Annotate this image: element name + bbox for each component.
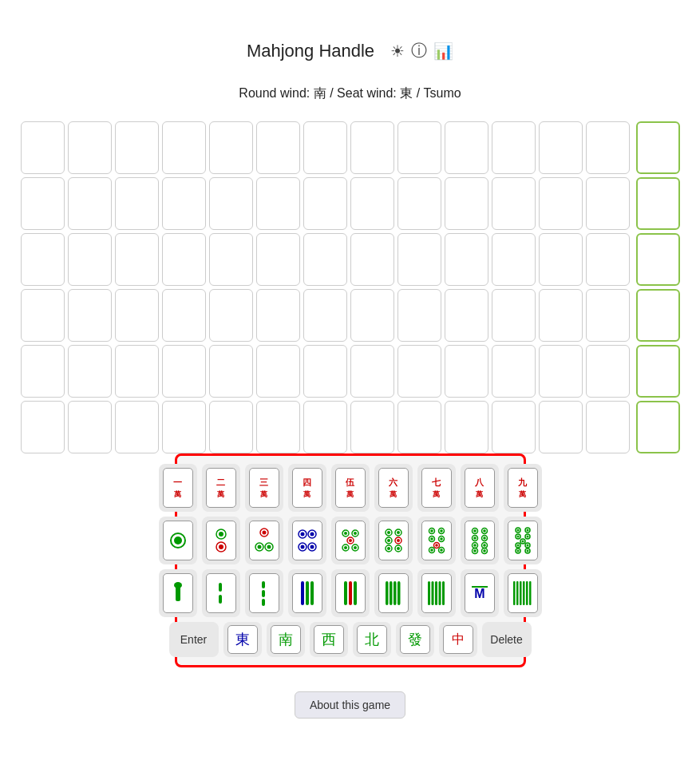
kb-tile-2p[interactable] <box>202 517 240 564</box>
tile-cell[interactable] <box>586 289 630 342</box>
info-icon[interactable]: ⓘ <box>411 40 427 61</box>
tile-cell[interactable] <box>350 401 394 453</box>
tile-cell[interactable] <box>492 401 536 453</box>
kb-tile-8p[interactable] <box>461 517 499 564</box>
tile-cell[interactable] <box>115 289 159 342</box>
tile-cell[interactable] <box>586 121 630 174</box>
kb-tile-8m[interactable]: 八 萬 <box>461 464 499 512</box>
tile-cell[interactable] <box>539 177 583 230</box>
tile-cell[interactable] <box>397 401 441 453</box>
tile-cell[interactable] <box>68 233 112 286</box>
tile-cell[interactable] <box>68 121 112 174</box>
tile-cell[interactable] <box>115 121 159 174</box>
tile-cell[interactable] <box>209 121 253 174</box>
tile-cell[interactable] <box>68 345 112 398</box>
tile-cell[interactable] <box>539 121 583 174</box>
kb-tile-2s[interactable] <box>202 569 240 617</box>
tile-cell[interactable] <box>397 121 441 174</box>
kb-tile-3s[interactable] <box>245 569 283 617</box>
kb-tile-7p[interactable] <box>417 517 456 564</box>
tile-cell[interactable] <box>397 233 441 286</box>
tile-cell[interactable] <box>492 289 536 342</box>
kb-tile-haku[interactable]: 中 <box>439 622 477 657</box>
tile-cell[interactable] <box>115 401 159 453</box>
tile-cell[interactable] <box>303 233 347 286</box>
tile-cell[interactable] <box>115 177 159 230</box>
kb-tile-6p[interactable] <box>374 517 413 564</box>
tile-cell[interactable] <box>445 177 488 230</box>
tile-cell[interactable] <box>445 289 488 342</box>
tile-cell[interactable] <box>397 345 441 398</box>
kb-tile-2m[interactable]: 二 萬 <box>202 464 240 512</box>
tile-cell[interactable] <box>350 121 394 174</box>
tile-cell[interactable] <box>21 177 65 230</box>
tile-cell[interactable] <box>115 345 159 398</box>
tile-cell[interactable] <box>539 233 583 286</box>
brightness-icon[interactable]: ☀ <box>390 42 405 61</box>
tile-cell[interactable] <box>303 345 347 398</box>
kb-tile-1s[interactable] <box>159 569 197 617</box>
tile-cell[interactable] <box>492 233 536 286</box>
tile-cell[interactable] <box>256 121 300 174</box>
tile-cell[interactable] <box>586 233 630 286</box>
kb-tile-6m[interactable]: 六 萬 <box>374 464 413 512</box>
tile-cell[interactable] <box>162 177 206 230</box>
tile-cell[interactable] <box>162 401 206 453</box>
tile-cell[interactable] <box>350 177 394 230</box>
tile-cell[interactable] <box>303 121 347 174</box>
tile-cell[interactable] <box>445 121 488 174</box>
tile-cell[interactable] <box>539 401 583 453</box>
tile-cell[interactable] <box>492 345 536 398</box>
kb-tile-1p[interactable] <box>159 517 197 564</box>
kb-tile-3p[interactable] <box>245 517 283 564</box>
side-tile-cell-1[interactable] <box>636 121 680 174</box>
tile-cell[interactable] <box>209 345 253 398</box>
kb-tile-9m[interactable]: 九 萬 <box>504 464 542 512</box>
tile-cell[interactable] <box>350 289 394 342</box>
side-tile-cell-6[interactable] <box>636 401 680 453</box>
tile-cell[interactable] <box>162 289 206 342</box>
tile-cell[interactable] <box>539 345 583 398</box>
kb-tile-4s[interactable] <box>288 569 326 617</box>
tile-cell[interactable] <box>350 345 394 398</box>
kb-tile-9p[interactable] <box>504 517 542 564</box>
about-game-button[interactable]: About this game <box>295 691 405 719</box>
side-tile-cell-4[interactable] <box>636 289 680 342</box>
tile-cell[interactable] <box>209 401 253 453</box>
kb-tile-4p[interactable] <box>288 517 326 564</box>
kb-tile-north[interactable]: 北 <box>353 622 391 657</box>
tile-cell[interactable] <box>492 177 536 230</box>
kb-tile-9s[interactable] <box>504 569 542 617</box>
tile-cell[interactable] <box>256 289 300 342</box>
kb-tile-8s[interactable]: M <box>461 569 499 617</box>
tile-cell[interactable] <box>445 233 488 286</box>
tile-cell[interactable] <box>21 121 65 174</box>
tile-cell[interactable] <box>68 289 112 342</box>
kb-tile-5p[interactable] <box>331 517 370 564</box>
tile-cell[interactable] <box>350 233 394 286</box>
kb-enter-button[interactable]: Enter <box>169 622 219 657</box>
kb-tile-5m[interactable]: 伍 萬 <box>331 464 370 512</box>
stats-icon[interactable]: 📊 <box>433 42 453 61</box>
tile-cell[interactable] <box>162 233 206 286</box>
tile-cell[interactable] <box>209 233 253 286</box>
kb-delete-button[interactable]: Delete <box>482 622 532 657</box>
kb-tile-6s[interactable] <box>374 569 413 617</box>
kb-tile-5s[interactable] <box>331 569 370 617</box>
tile-cell[interactable] <box>21 289 65 342</box>
tile-cell[interactable] <box>162 345 206 398</box>
side-tile-cell-2[interactable] <box>636 177 680 230</box>
tile-cell[interactable] <box>397 177 441 230</box>
tile-cell[interactable] <box>209 177 253 230</box>
tile-cell[interactable] <box>68 177 112 230</box>
kb-tile-south[interactable]: 南 <box>267 622 305 657</box>
side-tile-cell-5[interactable] <box>636 345 680 398</box>
kb-tile-1m[interactable]: 一 萬 <box>159 464 197 512</box>
kb-tile-3m[interactable]: 三 萬 <box>245 464 283 512</box>
tile-cell[interactable] <box>397 289 441 342</box>
tile-cell[interactable] <box>115 233 159 286</box>
tile-cell[interactable] <box>445 401 488 453</box>
tile-cell[interactable] <box>303 289 347 342</box>
tile-cell[interactable] <box>586 401 630 453</box>
kb-tile-hatsu[interactable]: 發 <box>396 622 434 657</box>
